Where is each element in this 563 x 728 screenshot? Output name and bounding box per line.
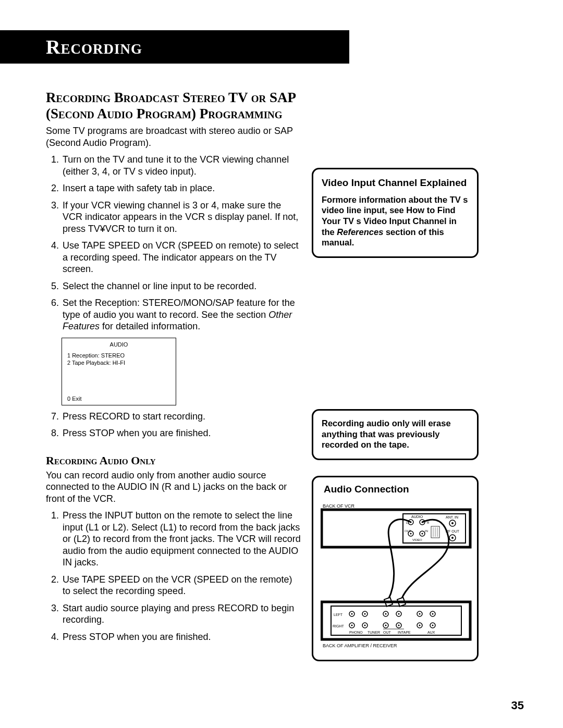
section-title-broadcast: Recording Broadcast Stereo TV or SAP (Se… <box>46 90 301 122</box>
label-r: R <box>427 521 430 524</box>
header-bar: Recording <box>0 30 349 64</box>
label-phono: PHONO <box>349 631 363 634</box>
step: Start audio source playing and press REC… <box>62 602 301 626</box>
osd-title: AUDIO <box>67 341 170 348</box>
svg-rect-20 <box>322 602 470 639</box>
label-in2: IN <box>398 631 401 634</box>
step: Select the channel or line input to be r… <box>62 280 301 292</box>
osd-line: 2 Tape Playback: HI-FI <box>67 359 170 367</box>
section2-intro: You can record audio only from another a… <box>46 470 301 505</box>
section-title-audio-only: Recording Audio Only <box>46 454 301 467</box>
step-text: for detailed information. <box>100 321 200 331</box>
sidebar-column: Video Input Channel Explained Formore in… <box>312 90 479 661</box>
svg-point-27 <box>385 613 387 614</box>
osd-preview: AUDIO 1 Reception: STEREO 2 Tape Playbac… <box>62 338 176 405</box>
step: Use TAPE SPEED on VCR (SPEED on remote) … <box>62 240 301 275</box>
svg-point-29 <box>398 613 400 614</box>
label-audio: AUDIO <box>411 515 423 519</box>
svg-point-25 <box>364 613 366 614</box>
svg-point-33 <box>432 613 434 614</box>
step: Press STOP when you are finished. <box>62 631 301 643</box>
svg-point-7 <box>410 533 412 534</box>
label-in: IN <box>425 529 428 533</box>
label-right: RIGHT <box>333 624 345 628</box>
label-ant-in: ANT. IN <box>446 515 458 519</box>
svg-point-45 <box>432 624 434 626</box>
section1-steps-after: Press RECORD to start recording. Press S… <box>46 411 301 439</box>
label-amp: BACK OF AMPLIFIER / RECEIVER <box>323 643 397 648</box>
audio-connection-diagram: Audio Connection BACK OF VCR AUDIO L R O… <box>312 476 479 661</box>
callout-erase-warning: Recording audio only will erase anything… <box>312 409 479 460</box>
callout-italic: References <box>337 227 383 237</box>
step: Use TAPE SPEED on the VCR (SPEED on the … <box>62 574 301 597</box>
step-text: Set the Reception: STEREO/MONO/SAP featu… <box>63 298 295 320</box>
svg-point-17 <box>451 537 454 539</box>
svg-point-43 <box>419 624 421 626</box>
diagram-title: Audio Connection <box>321 484 470 495</box>
page-number: 35 <box>511 699 524 712</box>
label-tape: TAPE <box>401 631 411 634</box>
label-vcr: BACK OF VCR <box>323 503 355 509</box>
connection-svg: BACK OF VCR AUDIO L R OUT IN VIDEO A <box>321 500 472 651</box>
svg-point-9 <box>422 533 423 534</box>
amp-jacks <box>349 611 435 628</box>
step: Turn on the TV and tune it to the VCR vi… <box>62 154 301 177</box>
page-header: Recording <box>46 35 334 58</box>
osd-line: 1 Reception: STEREO <box>67 352 170 360</box>
svg-point-41 <box>398 624 400 626</box>
osd-exit: 0 Exit <box>67 396 82 402</box>
step: Press RECORD to start recording. <box>62 411 301 423</box>
main-column: Recording Broadcast Stereo TV or SAP (Se… <box>46 90 301 661</box>
callout-video-input: Video Input Channel Explained Formore in… <box>312 168 479 258</box>
step: If your VCR viewing channel is 3 or 4, m… <box>62 200 301 235</box>
step: Press the INPUT button on the remote to … <box>62 510 301 569</box>
section2-steps: Press the INPUT button on the remote to … <box>46 510 301 643</box>
step: Insert a tape with safety tab in place. <box>62 182 301 194</box>
callout-title: Video Input Channel Explained <box>322 177 469 189</box>
label-video: VIDEO <box>412 538 422 541</box>
step: Press STOP when you are finished. <box>62 427 301 439</box>
label-tuner: TUNER <box>368 631 380 634</box>
svg-point-15 <box>451 522 454 524</box>
svg-point-23 <box>351 613 353 614</box>
svg-point-35 <box>351 624 353 626</box>
section1-intro: Some TV programs are broadcast with ster… <box>46 125 301 149</box>
callout-body: Recording audio only will erase anything… <box>322 418 469 450</box>
step: Set the Reception: STEREO/MONO/SAP featu… <box>62 297 301 332</box>
label-aux: AUX <box>427 631 435 634</box>
label-left: LEFT <box>334 613 343 616</box>
section1-steps: Turn on the TV and tune it to the VCR vi… <box>46 154 301 332</box>
svg-point-39 <box>385 624 387 626</box>
callout-body: Formore information about the TV s video… <box>322 194 469 248</box>
svg-point-31 <box>419 613 421 614</box>
label-out2: OUT <box>383 631 391 634</box>
svg-point-37 <box>364 624 366 626</box>
